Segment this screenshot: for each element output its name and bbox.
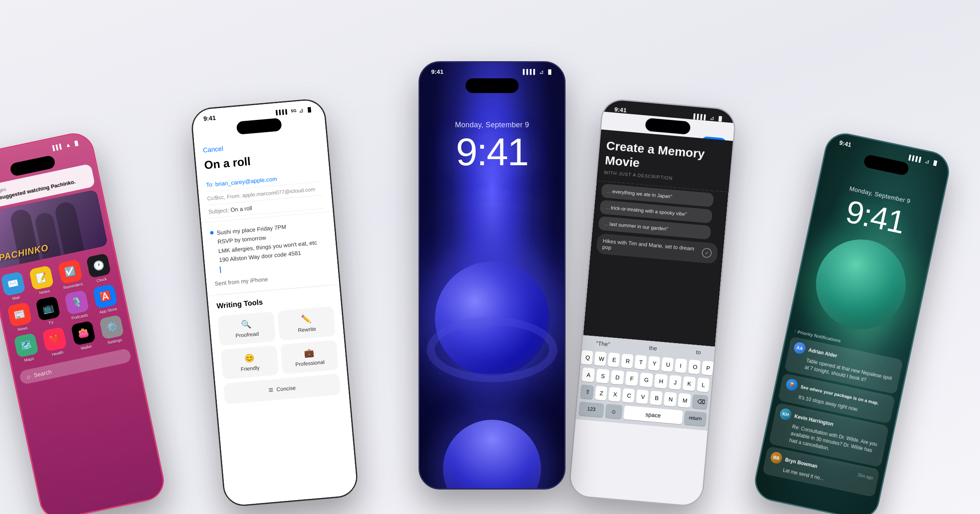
suggestion-2[interactable]: the xyxy=(649,345,657,352)
phone-2-time: 9:41 xyxy=(203,114,216,122)
app-health-icon: ❤️ xyxy=(42,327,67,352)
phone-2-status-icons: ▌▌▌▌ 5G ⊿ ▐▌ xyxy=(276,106,313,115)
phone-5-screen: 9:41 ▌▌▌▌ ⊿ ▐▌ Monday, September 9 9:41 xyxy=(753,131,951,514)
app-news[interactable]: 📰 News xyxy=(5,301,35,333)
key-w[interactable]: W xyxy=(594,351,606,366)
rewrite-button[interactable]: ✏️ Rewrite xyxy=(277,306,336,341)
key-l[interactable]: L xyxy=(697,377,710,392)
key-u[interactable]: U xyxy=(661,357,674,372)
key-n[interactable]: N xyxy=(664,392,677,406)
writing-tools-section: Writing Tools 🔍 Proofread ✏️ Rewrite xyxy=(207,284,350,412)
suggestion-sep-2: | xyxy=(675,347,677,353)
app-podcasts[interactable]: 🎙️ Podcasts xyxy=(62,289,92,321)
key-e[interactable]: E xyxy=(607,352,620,367)
app-tv[interactable]: 📺 TV xyxy=(33,295,64,327)
app-mail-label: Mail xyxy=(12,295,20,301)
phone-5-wrapper: 9:41 ▌▌▌▌ ⊿ ▐▌ Monday, September 9 9:41 xyxy=(751,129,953,514)
key-shift[interactable]: ⇧ xyxy=(580,384,594,399)
battery-icon: ▐▌ xyxy=(546,69,553,74)
app-clock[interactable]: 🕐 Clock xyxy=(84,253,114,284)
email-subject-value: On a roll xyxy=(230,205,252,213)
phone-4-status-icons: ▌▌▌▌ ⊿ ▐▌ xyxy=(693,113,724,122)
professional-button[interactable]: 💼 Professional xyxy=(280,340,339,374)
key-emoji[interactable]: ☺ xyxy=(605,404,623,419)
key-g[interactable]: G xyxy=(639,372,653,388)
phone-3-lockscreen-date: Monday, September 9 xyxy=(420,121,564,129)
app-maps[interactable]: 🗺️ Maps xyxy=(11,332,42,364)
key-t[interactable]: T xyxy=(634,355,647,370)
key-j[interactable]: J xyxy=(669,375,682,390)
app-settings[interactable]: ⚙️ Settings xyxy=(97,314,127,346)
phone-5-status-icons: ▌▌▌▌ ⊿ ▐▌ xyxy=(908,154,939,166)
phone-3-lockscreen-time: 9:41 xyxy=(420,133,564,171)
key-space[interactable]: space xyxy=(624,405,683,424)
submit-icon[interactable]: ✓ xyxy=(702,248,712,258)
rewrite-icon: ✏️ xyxy=(301,314,312,325)
friendly-button[interactable]: 😊 Friendly xyxy=(220,345,279,380)
signal-icon: ▌▌▌ xyxy=(52,143,64,151)
battery-icon: ▐▌ xyxy=(73,140,80,146)
key-y[interactable]: Y xyxy=(648,356,660,371)
app-reminders-icon: ☑️ xyxy=(58,259,83,284)
phone-5-time: 9:41 xyxy=(839,139,852,148)
app-appstore-icon: 🅰️ xyxy=(93,284,118,309)
email-to-label: To: xyxy=(206,181,216,188)
key-a[interactable]: A xyxy=(581,368,595,383)
key-o[interactable]: O xyxy=(688,359,700,374)
phone-5-lockscreen: 9:41 ▌▌▌▌ ⊿ ▐▌ Monday, September 9 9:41 xyxy=(753,131,951,514)
prompt-text-3: ... xyxy=(604,221,608,226)
key-k[interactable]: K xyxy=(682,376,696,391)
notif-1-sender: Adrian Alder xyxy=(808,347,838,359)
app-tv-label: TV xyxy=(48,320,54,325)
key-s[interactable]: S xyxy=(596,369,609,384)
proofread-label: Proofread xyxy=(235,331,259,339)
key-q[interactable]: Q xyxy=(580,350,593,365)
phone-4-screen: 9:41 ▌▌▌▌ ⊿ ▐▌ Done Create a Memory Movi… xyxy=(569,99,736,507)
key-h[interactable]: H xyxy=(654,374,668,389)
phone-3-time: 9:41 xyxy=(431,68,443,75)
concise-label: Concise xyxy=(276,385,296,393)
priority-notifications: ↑ Priority Notifications AA Adrian Alder… xyxy=(756,323,911,504)
key-r[interactable]: R xyxy=(621,354,633,368)
key-b[interactable]: B xyxy=(650,390,663,405)
key-return[interactable]: return xyxy=(684,411,707,427)
memory-prompts-area: ... everything we ate in Japan" ... tric… xyxy=(583,181,728,347)
app-wallet[interactable]: 👛 Wallet xyxy=(69,320,99,352)
key-m[interactable]: M xyxy=(677,393,691,408)
key-v[interactable]: V xyxy=(636,389,649,404)
orb-bottom xyxy=(443,420,541,488)
app-reminders[interactable]: ☑️ Reminders xyxy=(56,259,86,290)
key-c[interactable]: C xyxy=(622,388,635,403)
email-text-cursor xyxy=(220,266,221,273)
app-notes[interactable]: 📝 Notes xyxy=(27,265,57,297)
key-numbers[interactable]: 123 xyxy=(579,401,604,417)
key-z[interactable]: Z xyxy=(595,386,607,401)
app-wallet-icon: 👛 xyxy=(71,321,96,346)
app-mail[interactable]: ✉️ Mail xyxy=(0,271,29,303)
key-x[interactable]: X xyxy=(608,387,621,401)
battery-icon: ▐▌ xyxy=(717,115,724,121)
app-settings-icon: ⚙️ xyxy=(99,315,125,340)
app-clock-icon: 🕐 xyxy=(86,253,111,278)
key-f[interactable]: F xyxy=(625,371,639,386)
concise-button[interactable]: ≡ Concise xyxy=(223,374,341,405)
key-delete[interactable]: ⌫ xyxy=(692,394,708,409)
app-health[interactable]: ❤️ Health xyxy=(40,326,70,358)
suggestion-3[interactable]: to xyxy=(696,349,701,356)
app-appstore[interactable]: 🅰️ App Store xyxy=(91,284,121,315)
key-p[interactable]: P xyxy=(701,361,714,375)
phone-1: 9:41 ▌▌▌ ▲ ▐▌ Messages Luis suggested wa… xyxy=(0,129,168,514)
key-d[interactable]: D xyxy=(610,370,624,385)
app-news-icon: 📰 xyxy=(7,302,32,327)
notif-4-sender: Bryn Bowman xyxy=(784,457,818,469)
keyboard-area: "The" | the | to Q W E R T xyxy=(576,335,715,430)
phone-3-lockscreen: 9:41 ▌▌▌▌ ⊿ ▐▌ Monday, September 9 9:41 xyxy=(420,62,564,488)
key-i[interactable]: I xyxy=(675,358,687,373)
prompt-text-2-content: trick-or-treating with a spooky vibe" xyxy=(611,205,687,217)
phone-2-wrapper: 9:41 ▌▌▌▌ 5G ⊿ ▐▌ Cancel On a roll xyxy=(190,97,359,507)
app-clock-label: Clock xyxy=(96,277,107,283)
professional-icon: 💼 xyxy=(303,348,314,358)
proofread-button[interactable]: 🔍 Proofread xyxy=(218,312,276,346)
phone-4: 9:41 ▌▌▌▌ ⊿ ▐▌ Done Create a Memory Movi… xyxy=(568,97,737,507)
suggestion-1[interactable]: "The" xyxy=(596,340,610,348)
